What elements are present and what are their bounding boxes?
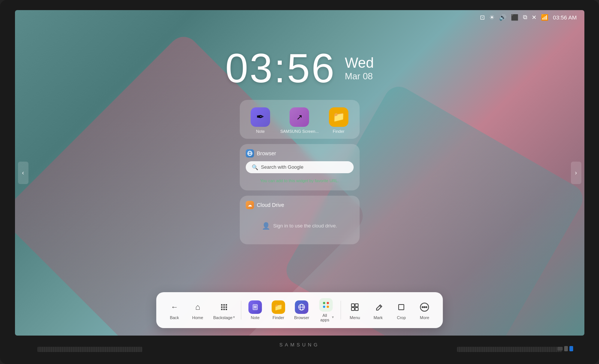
wifi-icon: 📶 (541, 14, 548, 21)
taskbar-browser[interactable]: Browser (291, 298, 312, 322)
browser-widget-hint: You can add to this widget by favorite U… (246, 177, 354, 184)
display-icon: ⊡ (480, 14, 485, 21)
port-usb-gray (564, 346, 568, 351)
svg-rect-13 (355, 304, 358, 307)
widgets-area: ✒ Note ↗ SAMSUNG Screen... 📁 Finder (240, 100, 360, 244)
clock-time: 03:56 (225, 48, 336, 89)
bottom-bezel: SAMSUNG (15, 336, 584, 354)
svg-rect-14 (351, 308, 354, 311)
taskbar-menu[interactable]: Menu (344, 298, 366, 322)
screen: ⊡ ☀ 🔊 ⬛ ⧉ ✕ 📶 03:56 AM 03:56 Wed Mar 08 … (15, 10, 584, 336)
apps-row: ✒ Note ↗ SAMSUNG Screen... 📁 Finder (246, 107, 354, 134)
taskbar-divider-2 (341, 301, 341, 319)
svg-rect-12 (351, 304, 354, 307)
svg-rect-16 (399, 305, 404, 310)
svg-point-20 (426, 306, 427, 308)
tv-frame: ⊡ ☀ 🔊 ⬛ ⧉ ✕ 📶 03:56 AM 03:56 Wed Mar 08 … (0, 0, 599, 364)
search-bar[interactable]: 🔍 Search with Google (246, 161, 354, 173)
svg-point-10 (323, 306, 325, 308)
taskbar-mark[interactable]: Mark (367, 298, 389, 322)
all-apps-taskbar-icon (319, 298, 333, 312)
all-apps-taskbar-label: All apps (318, 313, 332, 322)
svg-rect-15 (355, 308, 358, 311)
status-time: 03:56 AM (553, 14, 577, 21)
clock-date: Wed Mar 08 (345, 48, 373, 82)
finder-app-label: Finder (333, 129, 344, 134)
browser-taskbar-label: Browser (294, 315, 309, 320)
taskbar-home[interactable]: ⌂ Home (187, 298, 209, 322)
taskbar: ← Back ⌂ Home (156, 292, 443, 328)
widget-apps: ✒ Note ↗ SAMSUNG Screen... 📁 Finder (240, 100, 360, 139)
taskbar-all-apps[interactable]: All apps ▾ (314, 296, 338, 324)
app-note[interactable]: ✒ Note (251, 107, 270, 134)
note-taskbar-icon (248, 300, 262, 314)
svg-point-11 (327, 306, 329, 308)
taskbar-finder[interactable]: 📁 Finder (267, 298, 289, 322)
taskbar-backstage[interactable]: Backstage ▾ (210, 298, 238, 322)
back-icon: ← (168, 300, 181, 314)
right-arrow-button[interactable]: › (571, 162, 581, 184)
app-finder[interactable]: 📁 Finder (329, 107, 348, 134)
mark-label: Mark (373, 315, 382, 320)
taskbar-note[interactable]: Note (244, 298, 266, 322)
menu-icon (348, 300, 361, 314)
speaker-right (457, 347, 562, 352)
search-icon: 🔍 (252, 164, 258, 170)
ports-right (557, 346, 573, 351)
samsung-screen-app-label: SAMSUNG Screen... (280, 129, 319, 134)
cloud-widget-title: Cloud Drive (257, 202, 284, 208)
browser-widget-header: Browser (246, 149, 354, 157)
cloud-widget-icon: ☁ (246, 201, 254, 209)
network-off-icon: ✕ (532, 14, 536, 21)
person-icon: 👤 (262, 222, 270, 230)
taskbar-divider-1 (241, 301, 241, 319)
cloud-signin-prompt: 👤 Sign in to use the cloud drive. (246, 217, 354, 235)
home-icon: ⌂ (191, 300, 205, 314)
svg-point-19 (424, 306, 425, 308)
crop-label: Crop (397, 315, 406, 320)
status-bar: ⊡ ☀ 🔊 ⬛ ⧉ ✕ 📶 03:56 AM (480, 14, 577, 21)
taskbar-back[interactable]: ← Back (164, 298, 185, 322)
note-app-label: Note (256, 129, 264, 134)
menu-label: Menu (350, 315, 360, 320)
note-taskbar-label: Note (251, 315, 260, 320)
widget-cloud: ☁ Cloud Drive 👤 Sign in to use the cloud… (240, 196, 360, 244)
finder-taskbar-icon: 📁 (272, 300, 285, 314)
port-hdmi (557, 347, 563, 351)
more-label: More (420, 315, 429, 320)
cloud-signin-text: Sign in to use the cloud drive. (273, 223, 337, 229)
svg-point-18 (422, 306, 423, 308)
crop-icon (394, 300, 408, 314)
svg-point-9 (327, 302, 329, 304)
taskbar-more[interactable]: More (414, 298, 435, 322)
search-placeholder: Search with Google (261, 164, 303, 170)
clock-month: Mar 08 (345, 71, 373, 82)
note-app-icon: ✒ (251, 107, 270, 127)
left-arrow-button[interactable]: ‹ (18, 162, 28, 184)
home-label: Home (192, 315, 203, 320)
browser-taskbar-icon (295, 300, 308, 314)
port-usb-blue (569, 346, 573, 351)
browser-widget-icon (246, 149, 254, 157)
clock-section: 03:56 Wed Mar 08 (225, 48, 374, 89)
finder-taskbar-label: Finder (273, 315, 284, 320)
backstage-icon (217, 300, 231, 314)
brand-logo: SAMSUNG (279, 342, 320, 348)
screencast-icon: ⬛ (511, 14, 518, 21)
browser-widget-title: Browser (257, 150, 276, 156)
taskbar-crop[interactable]: Crop (390, 298, 412, 322)
svg-point-8 (323, 302, 325, 304)
finder-app-icon: 📁 (329, 107, 348, 127)
brightness-icon: ☀ (489, 14, 494, 21)
all-apps-chevron: ▾ (332, 315, 334, 319)
multiscreen-icon: ⧉ (523, 14, 527, 21)
cloud-widget-header: ☁ Cloud Drive (246, 201, 354, 209)
mark-icon (371, 300, 385, 314)
app-samsung-screen[interactable]: ↗ SAMSUNG Screen... (280, 107, 319, 134)
speaker-left (37, 347, 142, 352)
backstage-chevron: ▾ (233, 315, 235, 319)
samsung-screen-app-icon: ↗ (290, 107, 309, 127)
volume-icon: 🔊 (499, 14, 506, 21)
more-icon (418, 300, 431, 314)
back-label: Back (170, 315, 179, 320)
